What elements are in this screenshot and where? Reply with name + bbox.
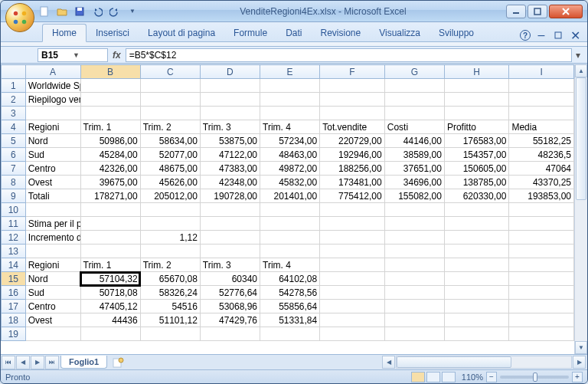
cell[interactable] (509, 217, 574, 231)
cell[interactable]: 190728,00 (200, 189, 260, 203)
cell[interactable] (80, 93, 140, 107)
tab-formule[interactable]: Formule (224, 25, 276, 41)
cell[interactable]: 37651,00 (384, 162, 444, 176)
cell[interactable] (200, 231, 260, 245)
sheet-nav-next-icon[interactable]: ▶ (31, 356, 44, 369)
row-header[interactable]: 1 (2, 79, 26, 93)
cell[interactable]: Trim. 3 (200, 258, 260, 272)
cell[interactable]: 47383,00 (200, 162, 260, 176)
cell[interactable] (260, 203, 320, 217)
sheet-nav-first-icon[interactable]: ⏮ (2, 356, 15, 369)
cell[interactable]: Trim. 2 (140, 258, 200, 272)
cell[interactable]: Centro (25, 162, 80, 176)
row-header[interactable]: 12 (2, 231, 26, 245)
hscroll-thumb[interactable] (397, 356, 511, 368)
cell[interactable]: 54516 (140, 300, 200, 313)
sheet-nav-last-icon[interactable]: ⏭ (45, 356, 59, 369)
cell[interactable]: Sud (25, 286, 80, 300)
undo-icon[interactable] (90, 4, 105, 19)
view-pagebreak-icon[interactable] (442, 372, 456, 382)
cell[interactable] (444, 327, 509, 341)
cell[interactable]: Ovest (25, 313, 80, 327)
cell[interactable] (444, 272, 509, 286)
cell[interactable]: 51101,12 (140, 313, 200, 327)
cell[interactable]: 138785,00 (444, 176, 509, 189)
cell[interactable]: Worldwide Sporting Goods (25, 79, 80, 93)
cell[interactable] (320, 272, 385, 286)
cell[interactable]: 42348,00 (200, 176, 260, 189)
cell[interactable]: 53068,96 (200, 300, 260, 313)
cell[interactable] (444, 79, 509, 93)
row-header[interactable]: 17 (2, 300, 26, 313)
cell[interactable]: Ovest (25, 176, 80, 189)
doc-close-icon[interactable]: ✕ (569, 29, 581, 41)
qat-dropdown-icon[interactable]: ▼ (125, 4, 140, 19)
cell[interactable] (260, 107, 320, 120)
cell[interactable]: 51331,84 (260, 313, 320, 327)
scroll-thumb[interactable] (576, 77, 586, 200)
doc-restore-icon[interactable] (552, 29, 564, 41)
cell[interactable]: 38589,00 (384, 148, 444, 162)
cell[interactable] (444, 258, 509, 272)
cell[interactable]: 43370,25 (509, 176, 574, 189)
cell[interactable] (444, 286, 509, 300)
tab-sviluppo[interactable]: Sviluppo (430, 25, 483, 41)
cell[interactable] (384, 93, 444, 107)
cell[interactable]: Profitto (444, 120, 509, 134)
cell[interactable] (384, 300, 444, 313)
cell[interactable]: 44146,00 (384, 134, 444, 148)
cell[interactable]: 620330,00 (444, 189, 509, 203)
cell[interactable]: 42326,00 (80, 162, 140, 176)
row-header[interactable]: 11 (2, 217, 26, 231)
tab-dati[interactable]: Dati (276, 25, 311, 41)
row-header[interactable]: 19 (2, 327, 26, 341)
sheet-nav-prev-icon[interactable]: ◀ (16, 356, 30, 369)
cell[interactable]: Nord (25, 134, 80, 148)
cell[interactable]: 64102,08 (260, 272, 320, 286)
tab-visualizza[interactable]: Visualizza (370, 25, 430, 41)
row-header[interactable]: 3 (2, 107, 26, 120)
sheet-tab[interactable]: Foglio1 (60, 356, 107, 369)
column-header[interactable]: D (200, 65, 260, 79)
cell[interactable]: Trim. 3 (200, 120, 260, 134)
cell[interactable]: 45832,00 (260, 176, 320, 189)
formula-expand-icon[interactable]: ▾ (572, 50, 584, 61)
cell[interactable]: Regioni (25, 120, 80, 134)
cell[interactable]: 50718,08 (80, 286, 140, 300)
row-header[interactable]: 18 (2, 313, 26, 327)
cell[interactable]: 55182,25 (509, 134, 574, 148)
cell[interactable] (444, 245, 509, 258)
cell[interactable]: 55856,64 (260, 300, 320, 313)
cell[interactable]: Nord (25, 272, 80, 286)
cell[interactable]: 48675,00 (140, 162, 200, 176)
row-header[interactable]: 13 (2, 245, 26, 258)
cell[interactable] (444, 231, 509, 245)
cell[interactable] (200, 79, 260, 93)
cell[interactable] (200, 217, 260, 231)
cell[interactable]: 57234,00 (260, 134, 320, 148)
cell[interactable]: 48463,00 (260, 148, 320, 162)
cell[interactable]: 193853,00 (509, 189, 574, 203)
cell[interactable] (444, 107, 509, 120)
cell[interactable] (444, 217, 509, 231)
cell[interactable] (140, 107, 200, 120)
view-normal-icon[interactable] (411, 372, 425, 382)
cell[interactable]: Trim. 4 (260, 120, 320, 134)
cell[interactable] (384, 245, 444, 258)
cell[interactable] (80, 231, 140, 245)
cell[interactable] (509, 313, 574, 327)
cell[interactable] (320, 79, 385, 93)
zoom-slider[interactable] (500, 376, 569, 379)
cell[interactable] (320, 107, 385, 120)
cell[interactable] (509, 231, 574, 245)
cell[interactable] (260, 79, 320, 93)
scroll-down-icon[interactable]: ▼ (575, 341, 587, 354)
cell[interactable] (509, 300, 574, 313)
row-header[interactable]: 2 (2, 93, 26, 107)
cell[interactable]: 176583,00 (444, 134, 509, 148)
office-button[interactable] (5, 3, 34, 32)
cell[interactable]: Regioni (25, 258, 80, 272)
cell[interactable] (200, 107, 260, 120)
cell[interactable]: 192946,00 (320, 148, 385, 162)
cell[interactable]: 47122,00 (200, 148, 260, 162)
